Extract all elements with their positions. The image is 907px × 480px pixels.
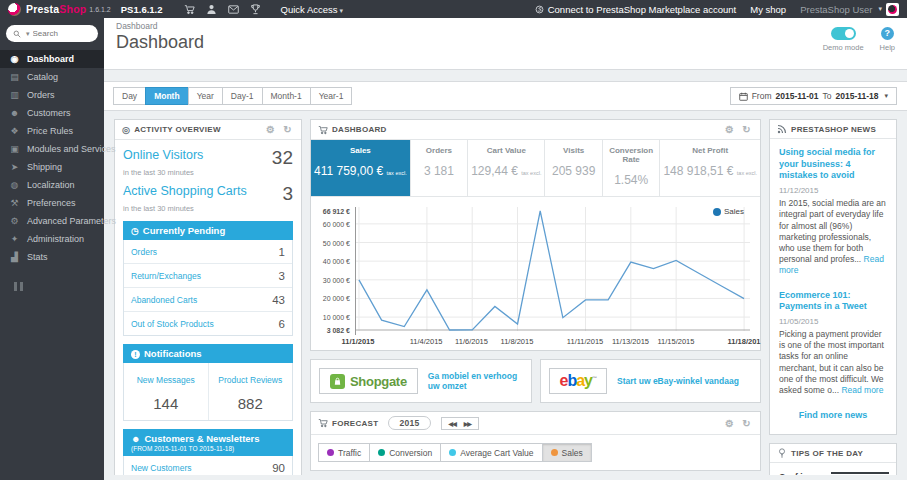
toggle-average-cart-value[interactable]: Average Cart Value [440,443,542,462]
kpi-label: Sales [314,146,407,155]
out-of-stock-link[interactable]: Out of Stock Products [131,319,214,329]
trophy-icon[interactable] [245,3,267,15]
sidebar-item-dashboard[interactable]: ◉Dashboard [0,50,104,68]
marketplace-link[interactable]: Connect to PrestaShop Marketplace accoun… [535,4,737,15]
new-customers-link[interactable]: New Customers [131,463,191,473]
new-customers-value: 90 [272,462,285,474]
kpi-label: Conversion Rate [606,146,656,164]
shopgate-logo-text: Shopgate [350,374,407,389]
toggle-conversion[interactable]: Conversion [369,443,441,462]
forecast-year-badge: 2015 [388,416,430,430]
list-item: Out of Stock Products6 [124,312,292,335]
range-button-day[interactable]: Day [113,87,146,105]
kpi-sales[interactable]: Sales411 759,00 € tax excl. [311,140,411,196]
next-year-icon[interactable]: ▶▶ [464,420,471,427]
sidebar-item-localization[interactable]: ◍Localization [0,176,104,194]
read-more-link[interactable]: Read more [841,385,883,395]
collapse-menu-icon[interactable] [14,282,104,291]
range-button-month-1[interactable]: Month-1 [262,87,311,105]
quick-access-menu[interactable]: Quick Access▾ [281,4,344,15]
shipping-icon: ➤ [9,162,20,172]
sidebar-item-orders[interactable]: ▥Orders [0,86,104,104]
product-reviews-link[interactable]: Product Reviews [218,375,282,385]
breadcrumb[interactable]: Dashboard [116,21,895,31]
pending-orders-link[interactable]: Orders [131,247,157,257]
refresh-icon[interactable]: ↻ [740,124,753,135]
brand-name[interactable]: PrestaShop [26,3,86,15]
ingenico-logo-text: ingenico [831,472,889,475]
kpi-orders[interactable]: Orders3 181 [411,140,468,196]
kpi-value: 148 918,51 € [663,164,733,178]
abandoned-carts-link[interactable]: Abandoned Carts [131,295,197,305]
y-tick-label: 3 082 € [327,327,350,334]
range-button-year-1[interactable]: Year-1 [310,87,353,105]
catalog-icon: ▤ [9,72,20,82]
help-icon[interactable]: ? [881,27,894,40]
sidebar-item-shipping[interactable]: ➤Shipping [0,158,104,176]
customer-icon[interactable] [201,3,223,15]
user-avatar [886,3,899,16]
sidebar-item-advanced-parameters[interactable]: ⚙Advanced Parameters [0,212,104,230]
sidebar-item-label: Customers [27,108,71,118]
previous-year-icon[interactable]: ◀◀ [449,420,456,427]
product-reviews-cell[interactable]: Product Reviews882 [209,363,293,420]
cart-icon[interactable] [179,3,201,15]
my-shop-link[interactable]: My shop [750,4,786,15]
date-to-label: To [822,91,831,101]
list-item: Return/Exchanges3 [124,264,292,288]
refresh-icon[interactable]: ↻ [740,418,753,429]
sidebar-item-administration[interactable]: ✦Administration [0,230,104,248]
active-carts-link[interactable]: Active Shopping Carts [123,184,247,198]
customers-icon: ☻ [9,108,20,118]
sidebar-item-price-rules[interactable]: ❖Price Rules [0,122,104,140]
shopgate-logo[interactable]: Shopgate [319,368,418,394]
kpi-cart-value[interactable]: Cart Value129,44 € tax excl. [468,140,545,196]
kpi-conversion-rate[interactable]: Conversion Rate1.54% [603,140,660,196]
x-tick-label: 11/8/2015 [501,337,534,346]
find-more-news-link[interactable]: Find more news [779,410,887,420]
sidebar-search[interactable]: ▾ [6,25,98,42]
gear-icon[interactable]: ⚙ [723,124,736,135]
refresh-icon[interactable]: ↻ [281,124,294,135]
search-input[interactable] [33,29,91,38]
toggle-traffic[interactable]: Traffic [318,443,370,462]
pending-returns-link[interactable]: Return/Exchanges [131,271,201,281]
sidebar-item-customers[interactable]: ☻Customers [0,104,104,122]
gear-icon[interactable]: ⚙ [264,124,277,135]
user-menu[interactable]: PrestaShop User▾ [800,3,899,16]
shopgate-promo-link[interactable]: Ga mobiel en verhoog uw omzet [428,371,523,391]
range-button-month[interactable]: Month [145,87,189,105]
kpi-value: 411 759,00 € [314,164,383,178]
kpi-row: Sales411 759,00 € tax excl. Orders3 181 … [311,140,760,197]
kpi-label: Visits [548,146,598,155]
ebay-promo-link[interactable]: Start uw eBay-winkel vandaag [617,376,739,386]
ebay-logo[interactable]: ebay™ [549,368,608,394]
sidebar-item-catalog[interactable]: ▤Catalog [0,68,104,86]
sales-legend-dot-icon [713,208,721,216]
online-visitors-link[interactable]: Online Visitors [123,148,203,162]
range-button-year[interactable]: Year [188,87,223,105]
kpi-net-profit[interactable]: Net Profit148 918,51 € tax excl. [660,140,760,196]
toggle-sales[interactable]: Sales [542,443,592,462]
range-button-day-1[interactable]: Day-1 [222,87,263,105]
news-article-title[interactable]: Ecommerce 101: Payments in a Tweet [779,290,887,313]
new-messages-cell[interactable]: New Messages144 [124,363,209,420]
new-messages-link[interactable]: New Messages [137,375,195,385]
kpi-visits[interactable]: Visits205 939 [545,140,602,196]
date-to-value: 2015-11-18 [835,91,878,101]
date-range-picker[interactable]: From 2015-11-01 To 2015-11-18 ▾ [730,87,897,105]
tips-headline: Geef je Sales in het buitenland een Boos… [779,472,825,475]
gear-icon[interactable]: ⚙ [723,418,736,429]
sidebar-item-stats[interactable]: ▟Stats [0,248,104,266]
messages-icon[interactable] [223,3,245,15]
prestashop-logo-icon[interactable] [8,3,21,16]
sidebar-item-modules[interactable]: ▣Modules and Services [0,140,104,158]
news-article-title[interactable]: Using social media for your business: 4 … [779,147,887,182]
ingenico-logo[interactable]: ingenico Paymentservices [831,472,889,475]
exclamation-icon: ! [131,350,140,359]
demo-mode-toggle[interactable] [831,27,856,40]
sidebar-item-preferences[interactable]: ⚒Preferences [0,194,104,212]
kpi-label: Cart Value [471,146,541,155]
search-scope-caret-icon[interactable]: ▾ [26,30,30,38]
clock-icon: ◷ [131,226,139,236]
